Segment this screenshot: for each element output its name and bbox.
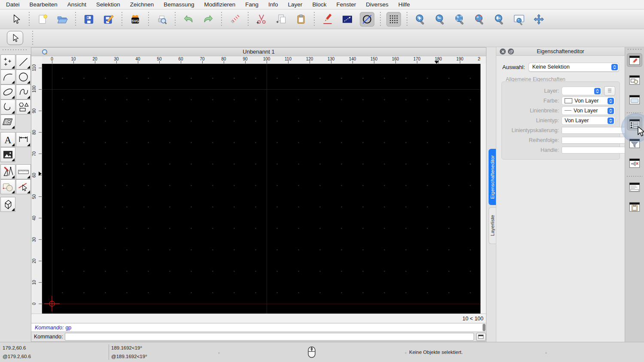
palette-grip[interactable] [3, 49, 27, 50]
reihenfolge-input[interactable] [562, 137, 632, 144]
field-label: Linientyp: [502, 118, 562, 124]
zoom-fit-button[interactable] [453, 12, 467, 27]
pointer-tool-button[interactable] [9, 12, 23, 27]
redo-button[interactable] [201, 12, 216, 27]
command-widget-toggle-button[interactable] [627, 180, 642, 194]
copy-button[interactable] [274, 12, 289, 27]
tab-eigenschafteneditor[interactable]: Eigenschafteneditor [489, 149, 496, 205]
tool-image-button[interactable] [0, 147, 15, 162]
submenu-indicator [27, 111, 30, 114]
menu-bemassung[interactable]: Bemassung [164, 1, 194, 8]
save-as-button[interactable] [101, 12, 116, 27]
clipboard-panel-toggle-button[interactable] [627, 200, 642, 214]
menu-hilfe[interactable]: Hilfe [398, 1, 410, 8]
layer-list-toggle-button[interactable] [627, 117, 642, 130]
isometric-circle-button[interactable] [360, 12, 374, 27]
tool-box-3d-button[interactable] [0, 197, 15, 212]
zoom-in-icon [414, 13, 426, 25]
blank-panel-toggle-icon [628, 94, 641, 106]
linientypskalierung-input[interactable] [562, 127, 632, 134]
tool-select-entity-button[interactable] [16, 179, 31, 194]
tool-shapes-button[interactable] [16, 100, 31, 115]
popup-stepper-icon [608, 118, 614, 124]
cut-button[interactable] [254, 12, 269, 27]
ruler-tick [224, 61, 224, 64]
modify-panel-toggle-button[interactable] [627, 73, 642, 87]
save-button[interactable] [82, 12, 96, 27]
submenu-indicator [27, 81, 30, 84]
menu-fang[interactable]: Fang [245, 1, 258, 8]
tool-dimension-button[interactable] [16, 132, 31, 147]
vertical-scrollbar[interactable] [480, 64, 486, 314]
filter-panel-toggle-button[interactable] [627, 136, 642, 150]
ruler-label: 90 [32, 103, 37, 118]
tool-polyline-button[interactable] [0, 100, 15, 115]
grid-toggle-button[interactable] [386, 12, 401, 27]
zoom-previous-button[interactable] [492, 12, 507, 27]
menu-datei[interactable]: Datei [6, 1, 20, 8]
tool-drafting-tools-button[interactable] [0, 164, 15, 179]
tool-spline-button[interactable] [16, 84, 31, 100]
isometric-circle-icon [361, 13, 373, 25]
selection-popup[interactable]: Keine Selektion [529, 63, 619, 72]
svg-export-button[interactable]: SVG [128, 12, 143, 27]
tool-modify-button[interactable] [0, 179, 15, 194]
tool-ellipse-button[interactable] [0, 84, 15, 100]
undo-button[interactable] [181, 12, 196, 27]
detach-command-button[interactable] [476, 333, 486, 341]
eraser-button[interactable] [228, 12, 242, 27]
open-file-button[interactable] [55, 12, 70, 27]
menu-info[interactable]: Info [268, 1, 278, 8]
menu-bearbeiten[interactable]: Bearbeiten [30, 1, 58, 8]
drawing-canvas[interactable] [42, 64, 480, 314]
toolbar-separator [32, 31, 33, 45]
menu-block[interactable]: Block [312, 1, 326, 8]
menu-diverses[interactable]: Diverses [366, 1, 389, 8]
tool-circle-button[interactable] [16, 69, 31, 84]
tool-points-button[interactable] [0, 54, 15, 69]
ruler-label: 70 [32, 146, 37, 161]
block-panel-toggle-button[interactable] [627, 156, 642, 170]
menu-selektion[interactable]: Selektion [96, 1, 120, 8]
strip-grip[interactable] [628, 49, 641, 50]
selection-window-icon [341, 13, 353, 25]
tab-layerliste[interactable]: Layerliste [489, 207, 496, 244]
drawing-window-titlebar[interactable]: Unbenannt 1 [31, 48, 486, 56]
menu-bar: DateiBearbeitenAnsichtSelektionZeichnenB… [0, 0, 644, 9]
properties-editor-toggle-button[interactable] [627, 53, 642, 67]
zoom-in-button[interactable] [413, 12, 428, 27]
horizontal-ruler: 0102030405060708090100110120130140150160… [42, 56, 480, 64]
tool-arc-button[interactable] [0, 69, 15, 84]
zoom-auto-button[interactable] [472, 12, 487, 27]
tool-text-button[interactable]: A [0, 132, 15, 147]
tool-hatch-button[interactable] [0, 115, 15, 130]
farbe-popup[interactable]: Von Layer [562, 97, 615, 105]
blank-panel-toggle-button[interactable] [627, 93, 642, 106]
absolute-polar: 189.1692<19° [111, 345, 142, 350]
linienbreite-popup[interactable]: Von Layer [562, 106, 615, 115]
zoom-window-button[interactable] [512, 12, 526, 27]
command-input[interactable] [65, 333, 474, 341]
draw-pencil-button[interactable] [320, 12, 335, 27]
menu-fenster[interactable]: Fenster [336, 1, 356, 8]
zoom-pan-button[interactable] [532, 12, 546, 27]
new-document-button[interactable] [35, 12, 50, 27]
menu-zeichnen[interactable]: Zeichnen [130, 1, 154, 8]
tool-line-button[interactable] [16, 54, 31, 69]
menu-ansicht[interactable]: Ansicht [67, 1, 86, 8]
layer-menu-button[interactable]: ☰ [604, 86, 615, 96]
zoom-out-button[interactable] [433, 12, 447, 27]
menu-modifizieren[interactable]: Modifizieren [204, 1, 236, 8]
select-pointer-button[interactable] [7, 31, 23, 45]
print-preview-button[interactable] [155, 12, 169, 27]
copy-icon [275, 13, 287, 25]
handle-input[interactable] [562, 147, 632, 154]
toolbar-separator [380, 12, 381, 27]
menu-layer[interactable]: Layer [288, 1, 303, 8]
tool-measure-button[interactable] [16, 164, 31, 179]
paste-button[interactable] [294, 12, 308, 27]
linientyp-popup[interactable]: Von Layer [562, 116, 615, 125]
history-scrollbar[interactable] [483, 324, 486, 331]
selection-window-button[interactable] [340, 12, 355, 27]
layer-popup[interactable] [562, 87, 602, 95]
